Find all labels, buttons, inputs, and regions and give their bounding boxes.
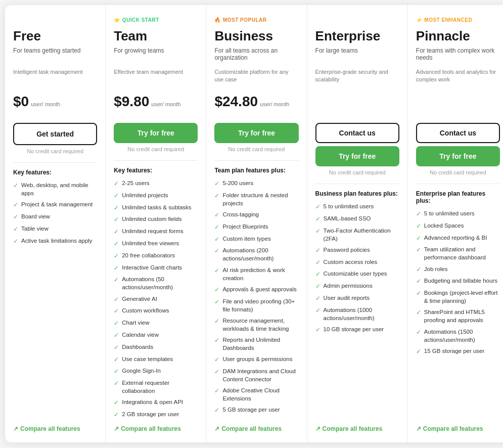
cta-primary-button-free[interactable]: Get started xyxy=(13,123,97,145)
divider-team xyxy=(114,160,198,161)
check-icon: ✓ xyxy=(416,308,421,317)
feature-list-team: ✓ 2-25 users ✓ Unlimited projects ✓ Unli… xyxy=(114,179,198,419)
feature-text: Chart view xyxy=(122,319,149,327)
plan-name-team: Team xyxy=(114,28,198,44)
plan-badge-business: 🔥MOST POPULAR xyxy=(214,15,298,24)
cta-primary-button-pinnacle[interactable]: Try for free xyxy=(416,146,500,166)
features-title-team: Key features: xyxy=(114,167,198,174)
divider-free xyxy=(13,162,97,163)
check-icon: ✓ xyxy=(416,234,421,243)
plan-name-pinnacle: Pinnacle xyxy=(416,28,500,44)
cta-primary-button-team[interactable]: Try for free xyxy=(114,123,198,143)
check-icon: ✓ xyxy=(114,252,119,260)
feature-item: ✓ Two-Factor Authentication (2FA) xyxy=(315,227,399,243)
plan-tagline-free: For teams getting started xyxy=(13,47,97,63)
divider-pinnacle xyxy=(416,184,500,184)
feature-text: Admin permissions xyxy=(324,282,373,290)
features-title-free: Key features: xyxy=(13,169,97,176)
feature-item: ✓ Approvals & guest approvals xyxy=(214,285,298,294)
compare-link-label-business: Compare all features xyxy=(221,425,282,432)
plan-price-team: $9.80 user/ month xyxy=(114,94,198,116)
cta-primary-button-enterprise[interactable]: Try for free xyxy=(315,146,399,166)
feature-text: 5 to unlimited users xyxy=(424,209,475,217)
compare-link-label-enterprise: Compare all features xyxy=(323,425,383,432)
feature-text: 5 GB storage per user xyxy=(222,406,280,414)
feature-item: ✓ Reports and Unlimited Dashboards xyxy=(214,336,298,352)
feature-text: Two-Factor Authentication (2FA) xyxy=(324,227,399,243)
plan-desc-pinnacle: Advanced tools and analytics for complex… xyxy=(416,68,500,86)
check-icon: ✓ xyxy=(214,336,219,345)
feature-text: Approvals & guest approvals xyxy=(222,285,296,293)
compare-link-enterprise[interactable]: ↗ Compare all features xyxy=(315,425,399,432)
plan-desc-enterprise: Enterprise-grade security and scalabilit… xyxy=(315,68,399,86)
feature-text: Unlimited free viewers xyxy=(122,239,179,247)
check-icon: ✓ xyxy=(214,298,219,306)
feature-item: ✓ 10 GB storage per user xyxy=(315,325,399,334)
feature-item: ✓ Table view xyxy=(13,225,97,234)
feature-text: AI risk prediction & work creation xyxy=(222,266,298,282)
feature-text: Reports and Unlimited Dashboards xyxy=(222,336,298,352)
feature-text: Unlimited projects xyxy=(122,191,168,199)
feature-text: Resource management, workloads & time tr… xyxy=(222,317,298,333)
check-icon: ✓ xyxy=(114,398,119,407)
feature-item: ✓ 5-200 users xyxy=(214,179,298,188)
check-icon: ✓ xyxy=(315,306,321,315)
compare-link-free[interactable]: ↗ Compare all features xyxy=(13,425,97,432)
feature-item: ✓ Chart view xyxy=(114,319,198,328)
check-icon: ✓ xyxy=(114,379,119,388)
compare-link-label-free: Compare all features xyxy=(20,425,80,432)
feature-text: SAML-based SSO xyxy=(324,214,371,222)
feature-text: Custom access roles xyxy=(324,258,378,266)
check-icon: ✓ xyxy=(114,355,119,364)
feature-item: ✓ Project & task management xyxy=(13,200,97,209)
check-icon: ✓ xyxy=(114,204,119,212)
check-icon: ✓ xyxy=(315,326,321,334)
plan-name-free: Free xyxy=(13,28,97,44)
feature-item: ✓ 5 to unlimited users xyxy=(416,209,500,218)
feature-text: Folder structure & nested projects xyxy=(222,191,298,207)
feature-item: ✓ Admin permissions xyxy=(315,282,399,291)
no-credit-team: No credit card required xyxy=(114,146,198,152)
feature-text: Custom workflows xyxy=(122,306,169,315)
no-credit-pinnacle: No credit card required xyxy=(416,169,500,175)
check-icon: ✓ xyxy=(315,215,321,223)
check-icon: ✓ xyxy=(114,192,119,200)
feature-text: Web, desktop, and mobile apps xyxy=(21,181,97,197)
cta-primary-button-business[interactable]: Try for free xyxy=(214,123,298,143)
plan-price-free: $0 user/ month xyxy=(13,94,97,116)
feature-text: Automations (1500 actions/user/month) xyxy=(424,328,500,344)
feature-item: ✓ Customizable user types xyxy=(315,270,399,279)
arrow-icon-enterprise: ↗ xyxy=(315,425,321,432)
compare-link-team[interactable]: ↗ Compare all features xyxy=(114,425,198,432)
feature-list-business: ✓ 5-200 users ✓ Folder structure & neste… xyxy=(214,179,298,419)
compare-link-business[interactable]: ↗ Compare all features xyxy=(214,425,298,432)
feature-text: Custom item types xyxy=(222,235,270,243)
contact-button-pinnacle[interactable]: Contact us xyxy=(416,123,500,143)
plan-col-free: Free For teams getting started Intellige… xyxy=(5,5,106,442)
feature-text: Advanced reporting & BI xyxy=(424,234,487,242)
check-icon: ✓ xyxy=(114,276,119,284)
feature-item: ✓ Automations (1000 actions/user/month) xyxy=(315,306,399,322)
plan-col-pinnacle: ⚡MOST ENHANCED Pinnacle For teams with c… xyxy=(408,5,503,442)
feature-item: ✓ 5 GB storage per user xyxy=(214,406,298,415)
check-icon: ✓ xyxy=(13,213,18,221)
price-amount-team: $9.80 xyxy=(114,94,149,110)
feature-item: ✓ Resource management, workloads & time … xyxy=(214,317,298,333)
feature-item: ✓ User groups & permissions xyxy=(214,355,298,364)
features-title-enterprise: Business plan features plus: xyxy=(315,190,399,197)
contact-button-enterprise[interactable]: Contact us xyxy=(315,123,399,143)
check-icon: ✓ xyxy=(416,289,421,298)
check-icon: ✓ xyxy=(13,225,18,234)
price-period-business: user/ month xyxy=(260,101,289,107)
feature-item: ✓ Custom workflows xyxy=(114,306,198,316)
price-amount-free: $0 xyxy=(13,94,29,110)
feature-text: Budgeting and billable hours xyxy=(424,277,497,285)
feature-item: ✓ Calendar view xyxy=(114,331,198,340)
compare-link-pinnacle[interactable]: ↗ Compare all features xyxy=(416,425,500,432)
feature-text: Password policies xyxy=(324,246,370,254)
feature-text: Bookings (project-level effort & time pl… xyxy=(424,289,500,305)
feature-item: ✓ Team utilization and performance dashb… xyxy=(416,245,500,261)
badge-icon-pinnacle: ⚡ xyxy=(416,17,423,23)
feature-item: ✓ External requester collaboration xyxy=(114,379,198,395)
plan-desc-free: Intelligent task management xyxy=(13,68,97,86)
